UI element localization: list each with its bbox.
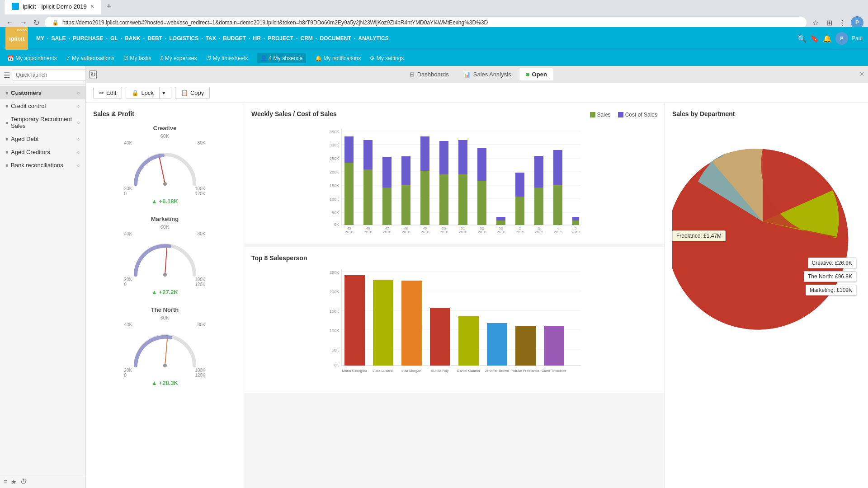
svg-text:100K: 100K — [330, 197, 339, 202]
svg-rect-43 — [439, 174, 448, 225]
browser-tab[interactable]: Iplicit - Iplicit Demo 2019 × — [5, 0, 101, 14]
extension-icon[interactable]: ⊞ — [824, 17, 835, 28]
refresh-button[interactable]: ↻ — [90, 70, 97, 79]
main-content: ↻ ⊞ Dashboards 📊 Sales Analysis Open × — [86, 66, 868, 488]
bullet-icon: ■ — [5, 150, 8, 155]
tab-dashboards[interactable]: ⊞ Dashboards — [403, 68, 455, 80]
nav-logistics[interactable]: LOGISTICS — [168, 33, 199, 43]
app-logo[interactable]: iplicit demo — [5, 27, 28, 50]
sidebar-item-temp-recruitment[interactable]: ■ Temporary Recruitment Sales ○ — [0, 113, 85, 132]
user-avatar[interactable]: P — [835, 32, 848, 45]
svg-rect-55 — [496, 221, 505, 225]
menu-icon[interactable]: ⋮ — [837, 17, 848, 28]
sidebar-item-aged-debt[interactable]: ■ Aged Debt ○ — [0, 132, 85, 145]
url-text: https://demo2019.iplicit.com/web#?hosted… — [62, 19, 488, 26]
my-appointments-nav[interactable]: 📅 My appointments — [7, 55, 57, 61]
legend-sales: Sales — [590, 112, 611, 118]
svg-text:2018: 2018 — [440, 230, 448, 234]
tab-label: Sales Analysis — [473, 71, 511, 78]
my-expenses-nav[interactable]: £ My expenses — [160, 55, 197, 61]
sidebar-item-credit-control[interactable]: ■ Credit control ○ — [0, 99, 85, 113]
copy-button[interactable]: 📋 Copy — [175, 87, 210, 99]
legend-cos: Cost of Sales — [618, 112, 657, 118]
svg-rect-72 — [572, 217, 579, 221]
svg-text:Liza Morgan: Liza Morgan — [401, 369, 421, 373]
bullet-icon: ■ — [5, 136, 8, 141]
nav-sale[interactable]: SALE — [51, 33, 67, 43]
list-view-icon[interactable]: ≡ — [4, 478, 7, 485]
history-icon[interactable]: ⏱ — [20, 478, 27, 485]
svg-text:2018: 2018 — [345, 230, 353, 234]
nav-budget[interactable]: BUDGET — [222, 33, 247, 43]
sidebar-item-label: Customers — [11, 89, 42, 96]
weekly-chart-container: 350K 300K 250K 200K 150K 100K 50K 0K — [251, 127, 657, 236]
tab-close-btn[interactable]: × — [90, 3, 94, 10]
lock-button[interactable]: 🔒 Lock — [126, 87, 159, 99]
pin-icon[interactable]: ○ — [77, 90, 80, 96]
weekly-bar-chart-svg: 350K 300K 250K 200K 150K 100K 50K 0K — [251, 127, 657, 235]
weekly-sales-section: Weekly Sales / Cost of Sales Sales Cost … — [244, 103, 665, 244]
pin-icon[interactable]: ○ — [77, 136, 80, 142]
sidebar-item-aged-creditors[interactable]: ■ Aged Creditors ○ — [0, 145, 85, 159]
bullet-icon: ■ — [5, 103, 8, 108]
svg-text:2019: 2019 — [535, 230, 543, 234]
my-notifications-nav[interactable]: 🔔 My notifications — [315, 55, 361, 61]
nav-right: 🔍 🔖 🔔 P Paul — [797, 32, 863, 45]
pin-icon[interactable]: ○ — [77, 162, 80, 169]
sidebar-item-customers[interactable]: ■ Customers ○ — [0, 86, 85, 99]
svg-rect-64 — [534, 156, 543, 188]
svg-text:300K: 300K — [330, 143, 339, 147]
svg-rect-60 — [515, 173, 524, 197]
sidebar-menu-icon[interactable]: ☰ — [4, 71, 10, 80]
sidebar-item-bank-reconciliations[interactable]: ■ Bank reconciliations ○ — [0, 159, 85, 172]
nav-analytics[interactable]: ANALYTICS — [357, 33, 390, 43]
tab-sales-analysis[interactable]: 📊 Sales Analysis — [457, 68, 518, 80]
nav-document[interactable]: DOCUMENT — [319, 33, 352, 43]
nav-tax[interactable]: TAX — [205, 33, 217, 43]
close-panel-icon[interactable]: × — [859, 70, 864, 79]
bookmark-icon[interactable]: 🔖 — [810, 34, 819, 43]
svg-rect-71 — [572, 221, 579, 225]
svg-text:2019: 2019 — [516, 230, 524, 234]
my-settings-nav[interactable]: ⚙ My settings — [370, 55, 404, 61]
my-absence-nav[interactable]: 👤 4 My absence — [257, 53, 306, 63]
search-icon[interactable]: 🔍 — [797, 34, 807, 43]
nav-debt[interactable]: DEBT — [146, 33, 163, 43]
lock-dropdown-button[interactable]: ▾ — [159, 87, 171, 99]
pie-chart-wrapper: Freelance: £1.47M Creative: £26.9K The N… — [672, 127, 861, 354]
my-authorisations-nav[interactable]: ✓ My authorisations — [66, 55, 114, 61]
pin-icon[interactable]: ○ — [77, 103, 80, 109]
svg-rect-51 — [477, 181, 486, 225]
bell-icon[interactable]: 🔔 — [823, 34, 832, 43]
svg-text:250K: 250K — [330, 270, 339, 275]
nav-purchase[interactable]: PURCHASE — [72, 33, 104, 43]
nav-crm[interactable]: CRM — [300, 33, 314, 43]
nav-my[interactable]: MY — [35, 33, 45, 43]
nav-hr[interactable]: HR — [252, 33, 261, 43]
dropdown-icon: ▾ — [162, 89, 165, 96]
quick-launch-input[interactable] — [12, 70, 86, 80]
pin-icon[interactable]: ○ — [77, 149, 80, 155]
creative-gauge-label: Creative — [93, 125, 236, 131]
svg-text:2018: 2018 — [383, 230, 391, 234]
weekly-chart-title: Weekly Sales / Cost of Sales — [251, 110, 337, 117]
star-icon[interactable]: ★ — [11, 478, 17, 485]
pin-icon[interactable]: ○ — [77, 119, 80, 126]
svg-rect-39 — [420, 171, 429, 225]
sidebar-bottom-bar: ≡ ★ ⏱ — [0, 475, 85, 488]
edit-button[interactable]: ✏ Edit — [93, 87, 122, 99]
north-tooltip: The North: £96.8K — [804, 271, 856, 282]
new-tab-button[interactable]: + — [103, 0, 115, 13]
star-icon[interactable]: ☆ — [810, 17, 821, 28]
my-timesheets-nav[interactable]: ⏱ My timesheets — [206, 55, 248, 61]
svg-rect-48 — [458, 140, 467, 174]
center-panel: Weekly Sales / Cost of Sales Sales Cost … — [244, 103, 665, 488]
nav-gl[interactable]: GL — [109, 33, 119, 43]
nav-bank[interactable]: BANK — [124, 33, 142, 43]
tab-open[interactable]: Open — [519, 68, 553, 80]
svg-rect-56 — [496, 217, 505, 221]
marketing-tooltip-text: Marketing: £109K — [810, 287, 852, 293]
legend-sales-label: Sales — [597, 112, 611, 118]
my-tasks-nav[interactable]: ☑ My tasks — [123, 55, 151, 61]
nav-project[interactable]: PROJECT — [267, 33, 294, 43]
